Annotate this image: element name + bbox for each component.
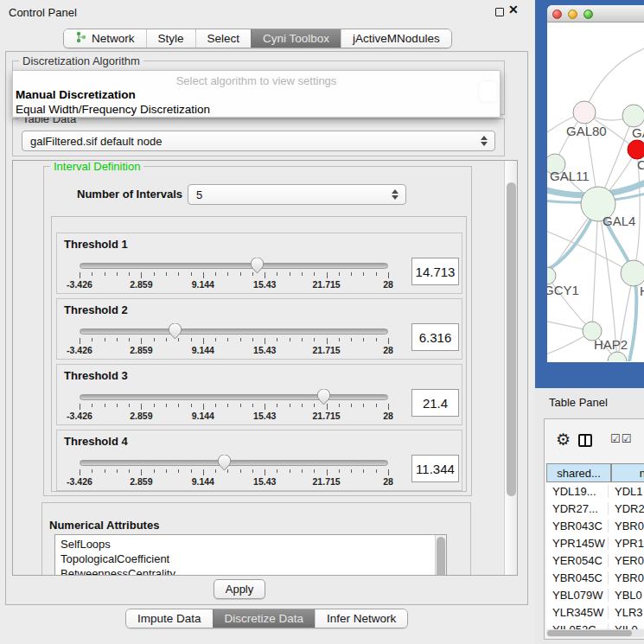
column-header-na[interactable]: na (611, 463, 644, 482)
network-node[interactable] (573, 101, 596, 124)
network-node[interactable] (547, 267, 556, 284)
slider-ticks (80, 338, 388, 345)
network-node[interactable] (622, 105, 644, 127)
network-edge[interactable] (547, 230, 634, 273)
threshold-value-field[interactable]: 14.713 (411, 258, 459, 285)
attribute-item-betweennesscentrality[interactable]: BetweennessCentrality (55, 566, 446, 576)
table-row[interactable]: YLR345WYLR3 (546, 603, 644, 621)
table-row[interactable]: YER054CYER0 (546, 552, 644, 569)
tab-label: Discretize Data (225, 612, 304, 625)
attribute-item-topologicalcoefficient[interactable]: TopologicalCoefficient (55, 552, 446, 566)
tab-label: Infer Network (327, 612, 396, 625)
tab-cyni-toolbox[interactable]: Cyni Toolbox (251, 29, 341, 48)
slider-thumb[interactable] (316, 389, 331, 409)
network-canvas[interactable]: GAL80GACGAL11GAL4GCY1HHAP2 (547, 22, 644, 361)
tab-impute-data[interactable]: Impute Data (126, 609, 213, 628)
tick-label: 15.43 (253, 411, 276, 421)
tick-label: 9.144 (192, 411, 214, 421)
table-data-combobox[interactable]: galFiltered.sif default node (22, 131, 495, 151)
node-table: shared...na YDL19...YDL1YDR27...YDR2YBR0… (546, 463, 644, 628)
tab-jactivemnodules[interactable]: jActiveMNodules (341, 29, 451, 48)
attribute-item-selfloops[interactable]: SelfLoops (55, 537, 446, 552)
table-row[interactable]: YBR043CYBR0 (546, 517, 644, 534)
select-columns-icons[interactable]: ☑☑ (610, 432, 632, 445)
table-row[interactable]: YBR045CYBR0 (546, 569, 644, 586)
attributes-group: Attributes to discretize Numerical Attri… (41, 502, 471, 576)
algorithm-option-manual-discretization[interactable]: Manual Discretization (13, 87, 500, 102)
float-window-icon[interactable] (495, 8, 504, 16)
zoom-window-icon[interactable] (583, 10, 593, 19)
column-header-shared[interactable]: shared... (546, 463, 611, 482)
table-row[interactable]: YPR145WYPR1 (546, 534, 644, 552)
tab-discretize-data[interactable]: Discretize Data (213, 609, 316, 628)
slider-track[interactable] (80, 460, 388, 466)
thresholds-group: Threshold's Coordinates for 5 Intervals … (51, 216, 467, 492)
network-window-titlebar[interactable] (547, 5, 644, 22)
scrollbar-thumb[interactable] (507, 182, 516, 496)
attributes-list[interactable]: SelfLoopsTopologicalCoefficientBetweenne… (54, 534, 447, 576)
tick-label: 15.43 (253, 345, 276, 355)
threshold-1-box: Threshold 1-3.4262.8599.14415.4321.71528… (56, 233, 462, 294)
threshold-value-field[interactable]: 21.4 (411, 389, 459, 417)
tab-select[interactable]: Select (195, 29, 252, 48)
cell-shared-name: YDR27... (546, 502, 608, 515)
algorithm-placeholder: Select algorithm to view settings (13, 74, 500, 87)
tab-label: Style (158, 32, 184, 45)
slider-track[interactable] (80, 328, 388, 335)
close-window-icon[interactable] (552, 10, 562, 19)
algorithm-options: Manual DiscretizationEqual Width/Frequen… (13, 87, 500, 117)
threshold-4-box: Threshold 4-3.4262.8599.14415.4321.71528… (56, 430, 462, 491)
threshold-value-field[interactable]: 11.344 (411, 455, 459, 482)
gear-icon[interactable]: ⚙ (556, 430, 571, 450)
network-edge[interactable] (584, 48, 644, 112)
tick-label: 2.859 (130, 411, 152, 421)
tick-label: -3.426 (67, 476, 92, 487)
slider-ticks (80, 469, 388, 476)
cell-name: YLR3 (608, 606, 644, 619)
table-row[interactable]: YBL079WYBL0 (546, 586, 644, 603)
slider-thumb[interactable] (250, 258, 265, 277)
network-window-frame: GAL80GACGAL11GAL4GCY1HHAP2 (535, 0, 644, 388)
node-label-gal80: GAL80 (566, 124, 607, 138)
attributes-list-scrollbar[interactable] (435, 535, 446, 576)
slider-thumb[interactable] (168, 323, 182, 343)
minimize-window-icon[interactable] (568, 10, 577, 19)
tab-style[interactable]: Style (146, 29, 195, 48)
cell-name: YDL1 (608, 485, 644, 498)
threshold-value-field[interactable]: 6.316 (411, 323, 459, 351)
node-label-gcy1: GCY1 (547, 283, 579, 297)
panel-title: Control Panel (9, 6, 77, 19)
cell-name: YBR0 (608, 571, 644, 584)
table-horizontal-scrollbar[interactable] (546, 629, 644, 637)
cell-shared-name: YBR043C (546, 520, 608, 532)
slider-thumb[interactable] (217, 455, 232, 475)
tick-label: -3.426 (67, 345, 92, 355)
tab-infer-network[interactable]: Infer Network (315, 609, 407, 628)
algorithm-option-equal-width-frequency-discretization[interactable]: Equal Width/Frequency Discretization (13, 102, 500, 117)
slider-track[interactable] (80, 263, 388, 269)
slider-ticks (80, 272, 388, 279)
network-node[interactable] (621, 260, 644, 286)
slider-track[interactable] (80, 394, 388, 400)
node-label-ga: GA (632, 125, 644, 140)
table-panel-title: Table Panel (549, 396, 608, 409)
columns-icon[interactable] (578, 434, 592, 447)
table-row[interactable]: YDL19...YDL1 (546, 482, 644, 500)
tick-label: 21.715 (313, 411, 341, 421)
tick-label: 28 (383, 279, 393, 290)
threshold-label: Threshold 3 (64, 369, 128, 382)
tick-label: 15.43 (253, 476, 276, 487)
close-panel-icon[interactable]: ✕ (508, 3, 519, 16)
settings-vertical-scrollbar[interactable] (504, 161, 517, 575)
cell-shared-name: YBL079W (546, 589, 608, 602)
num-intervals-combobox[interactable]: 5 (188, 184, 406, 205)
node-label-h: H (640, 284, 644, 298)
cell-name: YPR1 (608, 537, 644, 550)
tab-network[interactable]: Network (64, 29, 146, 48)
network-edge[interactable] (592, 204, 598, 331)
apply-button[interactable]: Apply (214, 579, 265, 599)
tick-label: 28 (383, 476, 393, 487)
network-window: GAL80GACGAL11GAL4GCY1HHAP2 (547, 5, 644, 362)
table-row[interactable]: YDR27...YDR2 (546, 500, 644, 517)
network-node[interactable] (628, 140, 644, 159)
